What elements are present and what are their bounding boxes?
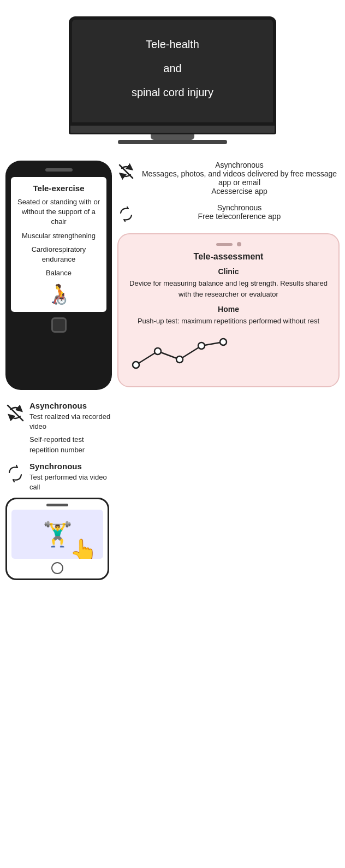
sync-bottom-content: Synchronous Test performed via video cal…	[29, 462, 112, 492]
pink-phone: Tele-assessment Clinic Device for measur…	[117, 233, 340, 387]
sync-bottom-row: Synchronous Test performed via video cal…	[5, 462, 112, 492]
svg-point-1	[133, 362, 139, 368]
svg-point-5	[220, 339, 227, 345]
laptop-stand	[151, 134, 194, 140]
chart-area	[125, 332, 332, 377]
sync-top-item-1: Free teleconference app	[139, 212, 340, 221]
laptop-foot	[118, 140, 227, 144]
laptop-section: Tele-health and spinal cord injury	[0, 0, 345, 155]
sync-icon-top	[117, 205, 135, 227]
sync-top-content: Synchronous Free teleconference app	[139, 203, 340, 221]
sync-bottom-icon	[5, 464, 25, 485]
laptop-line3: spinal cord injury	[132, 80, 213, 104]
phone-illus-body: 🏋️‍♂️ 👆	[5, 498, 109, 580]
async-top-item-2: Acessercise app	[139, 187, 340, 196]
async-bottom-row: Asynchronous Test realized via recorded …	[5, 401, 112, 455]
phone-illus-screen: 🏋️‍♂️ 👆	[11, 510, 103, 559]
phone-emoji: 🧑‍🦽	[16, 282, 101, 305]
phone-illus-speaker	[46, 504, 68, 506]
laptop-line1: Tele-health	[132, 32, 213, 56]
workout-emoji: 🏋️‍♂️	[43, 520, 73, 548]
async-top-row: Asynchronous Messages, photos, and video…	[117, 161, 340, 196]
hand-pointer-icon: 👆	[69, 538, 98, 559]
sync-bottom-title: Synchronous	[29, 462, 112, 471]
async-bottom-title: Asynchronous	[29, 401, 112, 410]
async-bottom-item-2: Self-reported test repetition number	[29, 435, 112, 454]
pink-phone-camera	[237, 242, 241, 246]
pink-phone-title: Tele-assessment	[125, 252, 332, 262]
svg-point-3	[176, 356, 183, 363]
svg-point-4	[198, 343, 205, 349]
phone-screen: Tele-exercise Seated or standing with or…	[11, 177, 106, 312]
phone-item-2: Muscular strengthening	[16, 231, 101, 241]
pink-phone-clinic-text: Device for measuring balance and leg str…	[125, 278, 332, 299]
bottom-row: Asynchronous Test realized via recorded …	[5, 401, 340, 580]
phone-home-button	[51, 317, 67, 333]
sync-top-row: Synchronous Free teleconference app	[117, 203, 340, 227]
pink-phone-notch	[216, 243, 233, 246]
main-content-row: Tele-exercise Seated or standing with or…	[0, 155, 345, 395]
phone-left-container: Tele-exercise Seated or standing with or…	[5, 161, 112, 390]
phone-title: Tele-exercise	[16, 184, 101, 193]
line-chart	[125, 332, 234, 376]
right-column: Asynchronous Messages, photos, and video…	[117, 161, 340, 390]
svg-point-2	[154, 348, 161, 355]
left-bottom: Asynchronous Test realized via recorded …	[5, 401, 112, 580]
async-bottom-content: Asynchronous Test realized via recorded …	[29, 401, 112, 455]
phone-left-body: Tele-exercise Seated or standing with or…	[5, 161, 112, 390]
async-top-item-1: Messages, photos, and videos delivered b…	[139, 169, 340, 187]
sync-bottom-item-1: Test performed via video call	[29, 473, 112, 492]
pink-phone-home-title: Home	[125, 305, 332, 314]
laptop-line2: and	[132, 56, 213, 80]
pink-phone-notch-row	[125, 242, 332, 246]
phone-illus-home-btn	[51, 562, 63, 574]
pink-phone-home-text: Push-up test: maximum repetitions perfor…	[125, 316, 332, 327]
async-bottom-icon	[5, 403, 25, 424]
async-top-title: Asynchronous	[139, 161, 340, 169]
async-bottom-item-1: Test realized via recorded video	[29, 412, 112, 432]
laptop-base	[69, 126, 276, 134]
sync-top-title: Synchronous	[139, 203, 340, 212]
laptop-text: Tele-health and spinal cord injury	[132, 32, 213, 104]
phone-illustration: 🏋️‍♂️ 👆	[5, 498, 112, 580]
phone-item-1: Seated or standing with or without the s…	[16, 197, 101, 227]
pink-phone-clinic-title: Clinic	[125, 267, 332, 276]
async-icon-top	[117, 163, 135, 184]
phone-item-3: Cardiorespiratory endurance	[16, 245, 101, 264]
phone-item-4: Balance	[16, 268, 101, 278]
phone-speaker	[45, 168, 73, 172]
bottom-section: Asynchronous Test realized via recorded …	[0, 395, 345, 580]
laptop: Tele-health and spinal cord injury	[69, 16, 276, 144]
async-top-content: Asynchronous Messages, photos, and video…	[139, 161, 340, 196]
laptop-screen: Tele-health and spinal cord injury	[69, 16, 276, 126]
